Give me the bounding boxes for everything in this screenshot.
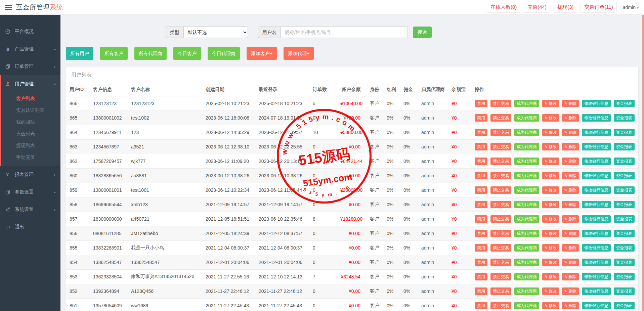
ban-trade-button[interactable]: 禁止交易 [490, 259, 511, 266]
make-agent-button[interactable]: 成为代理商 [514, 114, 539, 122]
edit-button[interactable]: ✎修改 [542, 143, 559, 150]
make-agent-button[interactable]: 成为代理商 [514, 158, 539, 165]
delete-button[interactable]: ✎删除 [562, 287, 579, 295]
ban-trade-button[interactable]: 禁止交易 [490, 244, 511, 252]
ban-trade-button[interactable]: 禁止交易 [490, 186, 511, 194]
funds-report-button[interactable]: 资金报表 [614, 215, 635, 223]
type-select[interactable]: 默认不选 [183, 27, 248, 38]
make-agent-button[interactable]: 成为代理商 [514, 273, 539, 280]
make-agent-button[interactable]: 成为代理商 [514, 186, 539, 194]
disable-button[interactable]: 禁用 [475, 172, 487, 179]
disable-button[interactable]: 禁用 [475, 186, 487, 194]
edit-button[interactable]: ✎修改 [542, 201, 559, 208]
edit-bank-button[interactable]: 修改银行信息 [582, 273, 611, 280]
edit-button[interactable]: ✎修改 [542, 259, 559, 266]
sidebar-item-products[interactable]: ฿ 产品管理 ▸ [0, 40, 60, 58]
sidebar-item-params[interactable]: 参数设置 ▸ [0, 183, 60, 201]
delete-button[interactable]: ✎删除 [562, 114, 579, 122]
disable-button[interactable]: 禁用 [475, 114, 487, 122]
edit-button[interactable]: ✎修改 [542, 100, 559, 107]
funds-report-button[interactable]: 资金报表 [614, 158, 635, 165]
header-stat[interactable]: 交易订单(11) [581, 2, 617, 13]
sidebar-subitem[interactable]: 手动充值 [1, 151, 60, 163]
delete-button[interactable]: ✎删除 [562, 100, 579, 107]
ban-trade-button[interactable]: 禁止交易 [490, 129, 511, 136]
edit-button[interactable]: ✎修改 [542, 273, 559, 280]
delete-button[interactable]: ✎删除 [562, 273, 579, 280]
sidebar-subitem[interactable]: 客户列表 [1, 93, 60, 104]
edit-button[interactable]: ✎修改 [542, 302, 559, 309]
funds-report-button[interactable]: 资金报表 [614, 273, 635, 280]
username-input[interactable] [281, 27, 408, 38]
delete-button[interactable]: ✎删除 [562, 230, 579, 237]
edit-bank-button[interactable]: 修改银行信息 [582, 287, 611, 295]
funds-report-button[interactable]: 资金报表 [614, 143, 635, 150]
edit-bank-button[interactable]: 修改银行信息 [582, 172, 611, 179]
disable-button[interactable]: 禁用 [475, 244, 487, 252]
edit-button[interactable]: ✎修改 [542, 186, 559, 194]
funds-report-button[interactable]: 资金报表 [614, 186, 635, 194]
edit-bank-button[interactable]: 修改银行信息 [582, 201, 611, 208]
edit-button[interactable]: ✎修改 [542, 158, 559, 165]
edit-button[interactable]: ✎修改 [542, 244, 559, 252]
toolbar-button[interactable]: 今日客户 [173, 47, 201, 60]
disable-button[interactable]: 禁用 [475, 273, 487, 280]
make-agent-button[interactable]: 成为代理商 [514, 259, 539, 266]
delete-button[interactable]: ✎删除 [562, 143, 579, 150]
funds-report-button[interactable]: 资金报表 [614, 129, 635, 136]
sidebar-item-dashboard[interactable]: 平台概况 [0, 23, 60, 40]
header-stat[interactable]: 在线人数(0) [487, 2, 520, 13]
funds-report-button[interactable]: 资金报表 [614, 100, 635, 107]
toolbar-button[interactable]: 添加客户+ [247, 47, 277, 60]
delete-button[interactable]: ✎删除 [562, 158, 579, 165]
disable-button[interactable]: 禁用 [475, 215, 487, 223]
sidebar-item-logout[interactable]: 退出 [0, 218, 60, 236]
delete-button[interactable]: ✎删除 [562, 129, 579, 136]
edit-bank-button[interactable]: 修改银行信息 [582, 215, 611, 223]
toolbar-button[interactable]: 所有客户 [100, 47, 128, 60]
ban-trade-button[interactable]: 禁止交易 [490, 158, 511, 165]
make-agent-button[interactable]: 成为代理商 [514, 302, 539, 309]
edit-bank-button[interactable]: 修改银行信息 [582, 100, 611, 107]
sidebar-subitem[interactable]: 提现列表 [1, 140, 60, 151]
edit-bank-button[interactable]: 修改银行信息 [582, 230, 611, 237]
edit-bank-button[interactable]: 修改银行信息 [582, 186, 611, 194]
delete-button[interactable]: ✎删除 [562, 201, 579, 208]
disable-button[interactable]: 禁用 [475, 158, 487, 165]
edit-button[interactable]: ✎修改 [542, 287, 559, 295]
sidebar-item-reports[interactable]: ¥ 报表管理 ▸ [0, 166, 60, 183]
make-agent-button[interactable]: 成为代理商 [514, 215, 539, 223]
disable-button[interactable]: 禁用 [475, 287, 487, 295]
funds-report-button[interactable]: 资金报表 [614, 244, 635, 252]
sidebar-subitem[interactable]: 充值列表 [1, 128, 60, 140]
disable-button[interactable]: 禁用 [475, 100, 487, 107]
delete-button[interactable]: ✎删除 [562, 215, 579, 223]
edit-bank-button[interactable]: 修改银行信息 [582, 302, 611, 309]
edit-bank-button[interactable]: 修改银行信息 [582, 143, 611, 150]
search-button[interactable]: 搜索 [413, 27, 432, 38]
ban-trade-button[interactable]: 禁止交易 [490, 114, 511, 122]
edit-bank-button[interactable]: 修改银行信息 [582, 259, 611, 266]
disable-button[interactable]: 禁用 [475, 259, 487, 266]
delete-button[interactable]: ✎删除 [562, 244, 579, 252]
make-agent-button[interactable]: 成为代理商 [514, 201, 539, 208]
sidebar-item-users[interactable]: 用户管理 ▸ [1, 75, 60, 93]
edit-button[interactable]: ✎修改 [542, 114, 559, 122]
disable-button[interactable]: 禁用 [475, 201, 487, 208]
header-stat[interactable]: 提现(3) [554, 2, 577, 13]
funds-report-button[interactable]: 资金报表 [614, 302, 635, 309]
disable-button[interactable]: 禁用 [475, 230, 487, 237]
make-agent-button[interactable]: 成为代理商 [514, 244, 539, 252]
ban-trade-button[interactable]: 禁止交易 [490, 172, 511, 179]
funds-report-button[interactable]: 资金报表 [614, 259, 635, 266]
edit-button[interactable]: ✎修改 [542, 230, 559, 237]
disable-button[interactable]: 禁用 [475, 143, 487, 150]
ban-trade-button[interactable]: 禁止交易 [490, 215, 511, 223]
header-stat[interactable]: 充值(44) [524, 2, 550, 13]
delete-button[interactable]: ✎删除 [562, 259, 579, 266]
sidebar-subitem[interactable]: 实名认证列表 [1, 104, 60, 116]
make-agent-button[interactable]: 成为代理商 [514, 143, 539, 150]
funds-report-button[interactable]: 资金报表 [614, 287, 635, 295]
edit-bank-button[interactable]: 修改银行信息 [582, 158, 611, 165]
edit-bank-button[interactable]: 修改银行信息 [582, 129, 611, 136]
